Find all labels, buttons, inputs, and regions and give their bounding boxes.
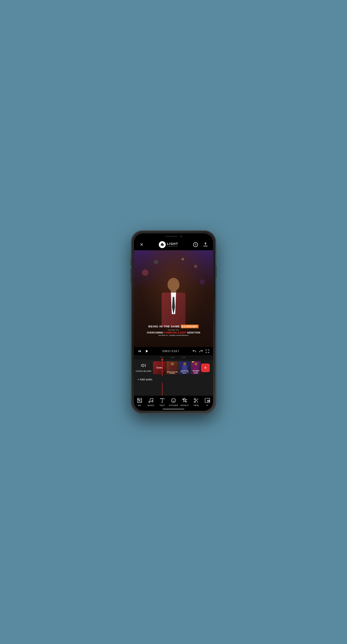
pip-label: P <box>207 404 208 406</box>
speaker <box>165 236 178 237</box>
add-audio-button[interactable]: + Add audio <box>138 378 210 381</box>
thumb-text-3: THE MOMENT WE KEEP LOSING <box>191 370 201 374</box>
bg-icon <box>137 398 142 404</box>
svg-point-7 <box>171 398 176 402</box>
main-caption: BEING IN THE SAME ECONOMY <box>134 325 213 328</box>
logo-text: LIGHT <box>167 242 178 246</box>
logo-area: LIGHT CHURCH <box>159 241 178 248</box>
svg-point-11 <box>186 401 186 402</box>
timeline-content: Unmute clip audio Click thumbnail to ope… <box>134 360 213 376</box>
video-area: BEING IN THE SAME ECONOMY Message Title:… <box>134 250 213 347</box>
thumb-text-1: BEING IN THE SAME ECONOMY <box>166 371 178 374</box>
ruler-marks: 0:02 0:04 0:06 <box>160 356 192 358</box>
play-button[interactable] <box>144 349 149 354</box>
ruler-mark-1: 0:02 <box>160 356 171 358</box>
add-icon: + <box>204 365 207 370</box>
thumb-person-2 <box>182 362 188 371</box>
cover-label: Cover <box>156 366 162 369</box>
skip-back-button[interactable] <box>138 349 142 353</box>
music-tool-button[interactable]: MUSIC <box>146 398 156 406</box>
trim-tool-button[interactable]: TRIM <box>191 398 201 406</box>
unmute-control[interactable]: Unmute clip audio <box>136 363 151 372</box>
time-display: 0:00.0 / 0:14.7 <box>152 350 190 353</box>
svg-marker-2 <box>141 364 143 367</box>
logo-icon <box>159 241 166 248</box>
svg-point-10 <box>183 398 184 399</box>
fullscreen-button[interactable] <box>205 349 210 353</box>
ruler-mark-3: 0:06 <box>182 356 192 358</box>
ruler-mark-2: 0:04 <box>171 356 182 358</box>
music-icon <box>148 398 154 404</box>
svg-line-15 <box>196 401 198 402</box>
playhead <box>162 360 162 376</box>
playhead-extended <box>162 383 162 396</box>
thumbnail-2[interactable]: BEYOND THE REACH OF THE IMPACT <box>179 361 190 374</box>
person-body <box>162 292 186 327</box>
bg-tool-button[interactable]: BG <box>135 398 144 406</box>
playback-controls: 0:00.0 / 0:14.7 <box>134 347 213 355</box>
timeline-ruler: 0:02 0:04 0:06 <box>134 355 213 360</box>
text-label: TEXT <box>160 404 165 406</box>
close-button[interactable]: ✕ <box>138 242 145 248</box>
effect-label: EFFECT <box>181 404 189 406</box>
cover-thumbnail[interactable]: Cover ✏ <box>153 361 166 374</box>
timeline-area: Unmute clip audio Click thumbnail to ope… <box>134 360 213 396</box>
share-button[interactable] <box>202 242 209 248</box>
thumbnail-3[interactable]: THE MOMENT WE KEEP LOSING <box>191 361 201 374</box>
trim-label: TRIM <box>194 404 199 406</box>
svg-text:?: ? <box>195 243 196 246</box>
timeline-extended <box>134 383 213 396</box>
thumb-person-1 <box>169 362 176 371</box>
thumbnail-1[interactable]: BEING IN THE SAME ECONOMY <box>166 361 178 374</box>
thumb-person-3 <box>193 362 199 371</box>
message-main: OVERCOMING GAMBLING & DEBT ADDICTION <box>134 331 213 334</box>
person-head <box>168 278 180 291</box>
bg-label: BG <box>138 404 141 406</box>
person-figure <box>156 278 191 330</box>
sticker-label: STICKER <box>169 404 178 406</box>
home-indicator <box>163 409 184 410</box>
svg-point-13 <box>194 401 196 402</box>
effect-tool-button[interactable]: EFFECT <box>180 398 190 406</box>
svg-point-5 <box>149 401 150 402</box>
help-button[interactable]: ? <box>192 242 199 248</box>
sticker-icon <box>171 398 176 404</box>
message-highlight: GAMBLING & DEBT <box>164 331 186 334</box>
phone-device: ✕ LIGHT CHURCH <box>131 231 216 414</box>
thumb-text-2: BEYOND THE REACH OF THE IMPACT <box>179 370 190 374</box>
svg-point-6 <box>152 401 153 402</box>
text-tool-button[interactable]: TEXT <box>157 398 167 406</box>
video-bg: BEING IN THE SAME ECONOMY Message Title:… <box>134 250 213 347</box>
video-text-overlay: BEING IN THE SAME ECONOMY Message Title:… <box>134 325 213 336</box>
undo-button[interactable] <box>192 349 196 353</box>
music-label: MUSIC <box>148 404 154 406</box>
caption-highlight: ECONOMY <box>181 324 198 328</box>
message-title-label: Message Title: <box>134 329 213 331</box>
svg-point-12 <box>194 398 196 400</box>
redo-button[interactable] <box>199 349 203 353</box>
text-icon <box>160 398 165 404</box>
message-url: full video on : youtube.com/femilazarus <box>134 334 213 336</box>
unmute-icon <box>141 363 146 369</box>
add-clip-button[interactable]: + <box>201 364 210 372</box>
cover-edit-icon: ✏ <box>162 370 165 374</box>
logo-subtitle: CHURCH <box>168 246 178 247</box>
trim-icon <box>194 398 199 404</box>
logo-text-container: LIGHT CHURCH <box>167 242 178 247</box>
effect-icon <box>182 398 188 404</box>
notch <box>157 234 190 240</box>
pip-tool-button[interactable]: P <box>202 398 212 406</box>
svg-rect-18 <box>208 400 209 402</box>
top-bar-actions: ? <box>192 242 209 248</box>
ctrl-right-group <box>192 349 210 353</box>
pip-icon <box>204 398 210 404</box>
thumbnails-strip: Click thumbnail to open the quick menu C… <box>153 361 211 374</box>
svg-line-16 <box>195 399 196 400</box>
screen-content: ✕ LIGHT CHURCH <box>134 234 213 411</box>
sticker-tool-button[interactable]: STICKER <box>168 398 178 406</box>
phone-screen: ✕ LIGHT CHURCH <box>134 234 213 411</box>
camera <box>180 235 182 238</box>
add-audio-row: + Add audio <box>134 376 213 383</box>
svg-line-4 <box>138 398 142 402</box>
unmute-label: Unmute clip audio <box>136 370 151 372</box>
